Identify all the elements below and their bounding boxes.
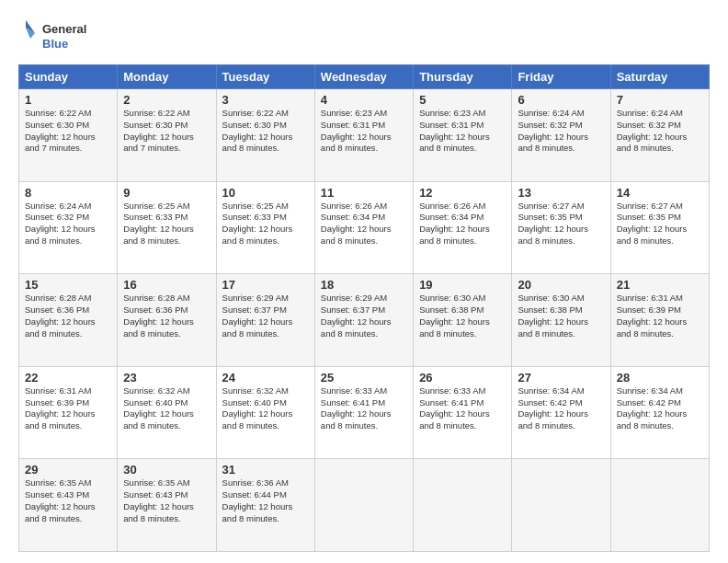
col-tuesday: Tuesday (216, 65, 314, 89)
cell-info: Sunrise: 6:32 AMSunset: 6:40 PMDaylight:… (123, 385, 194, 431)
calendar-cell: 31Sunrise: 6:36 AMSunset: 6:44 PMDayligh… (216, 459, 314, 552)
day-number: 1 (25, 93, 111, 107)
cell-info: Sunrise: 6:22 AMSunset: 6:30 PMDaylight:… (222, 108, 293, 153)
day-number: 24 (222, 371, 309, 385)
cell-info: Sunrise: 6:24 AMSunset: 6:32 PMDaylight:… (518, 108, 588, 153)
general-blue-logo-icon: General Blue (18, 15, 92, 55)
calendar-table: Sunday Monday Tuesday Wednesday Thursday… (18, 64, 710, 552)
day-number: 16 (123, 278, 210, 292)
calendar-cell: 18Sunrise: 6:29 AMSunset: 6:37 PMDayligh… (314, 274, 413, 367)
calendar-cell: 28Sunrise: 6:34 AMSunset: 6:42 PMDayligh… (610, 366, 709, 459)
cell-info: Sunrise: 6:26 AMSunset: 6:34 PMDaylight:… (321, 201, 392, 246)
day-number: 12 (419, 186, 506, 200)
day-number: 14 (617, 186, 703, 200)
day-number: 4 (321, 93, 407, 107)
cell-info: Sunrise: 6:35 AMSunset: 6:43 PMDaylight:… (123, 477, 194, 523)
cell-info: Sunrise: 6:28 AMSunset: 6:36 PMDaylight:… (25, 293, 96, 338)
col-saturday: Saturday (610, 65, 709, 89)
calendar-cell: 10Sunrise: 6:25 AMSunset: 6:33 PMDayligh… (216, 181, 314, 274)
calendar-cell (414, 459, 512, 552)
calendar-cell: 30Sunrise: 6:35 AMSunset: 6:43 PMDayligh… (118, 459, 216, 552)
day-number: 26 (419, 371, 506, 385)
calendar-cell: 4Sunrise: 6:23 AMSunset: 6:31 PMDaylight… (314, 89, 413, 182)
day-number: 30 (123, 463, 210, 477)
day-number: 20 (518, 278, 604, 292)
day-number: 7 (617, 93, 703, 107)
cell-info: Sunrise: 6:30 AMSunset: 6:38 PMDaylight:… (419, 293, 490, 338)
calendar-cell: 22Sunrise: 6:31 AMSunset: 6:39 PMDayligh… (19, 366, 118, 459)
cell-info: Sunrise: 6:31 AMSunset: 6:39 PMDaylight:… (25, 385, 96, 431)
cell-info: Sunrise: 6:28 AMSunset: 6:36 PMDaylight:… (123, 293, 194, 338)
cell-info: Sunrise: 6:26 AMSunset: 6:34 PMDaylight:… (419, 201, 490, 246)
calendar-cell: 21Sunrise: 6:31 AMSunset: 6:39 PMDayligh… (610, 274, 709, 367)
cell-info: Sunrise: 6:34 AMSunset: 6:42 PMDaylight:… (617, 385, 688, 431)
calendar-cell: 20Sunrise: 6:30 AMSunset: 6:38 PMDayligh… (512, 274, 610, 367)
page: General Blue Sunday Monday Tuesday Wedne… (0, 0, 728, 563)
cell-info: Sunrise: 6:33 AMSunset: 6:41 PMDaylight:… (321, 385, 392, 431)
calendar-cell: 12Sunrise: 6:26 AMSunset: 6:34 PMDayligh… (414, 181, 512, 274)
calendar-cell (512, 459, 610, 552)
cell-info: Sunrise: 6:23 AMSunset: 6:31 PMDaylight:… (419, 108, 490, 153)
cell-info: Sunrise: 6:27 AMSunset: 6:35 PMDaylight:… (617, 201, 688, 246)
cell-info: Sunrise: 6:25 AMSunset: 6:33 PMDaylight:… (123, 201, 194, 246)
col-monday: Monday (118, 65, 216, 89)
calendar-cell: 1Sunrise: 6:22 AMSunset: 6:30 PMDaylight… (19, 89, 118, 182)
calendar-cell: 23Sunrise: 6:32 AMSunset: 6:40 PMDayligh… (118, 366, 216, 459)
calendar-week-row: 8Sunrise: 6:24 AMSunset: 6:32 PMDaylight… (19, 181, 710, 274)
col-wednesday: Wednesday (314, 65, 413, 89)
cell-info: Sunrise: 6:36 AMSunset: 6:44 PMDaylight:… (222, 477, 293, 523)
calendar-cell: 8Sunrise: 6:24 AMSunset: 6:32 PMDaylight… (19, 181, 118, 274)
day-number: 19 (419, 278, 506, 292)
calendar-week-row: 22Sunrise: 6:31 AMSunset: 6:39 PMDayligh… (19, 366, 710, 459)
cell-info: Sunrise: 6:27 AMSunset: 6:35 PMDaylight:… (518, 201, 588, 246)
day-number: 22 (25, 371, 111, 385)
svg-text:Blue: Blue (42, 37, 68, 51)
calendar-cell: 11Sunrise: 6:26 AMSunset: 6:34 PMDayligh… (314, 181, 413, 274)
day-number: 27 (518, 371, 604, 385)
day-number: 28 (617, 371, 703, 385)
calendar-cell: 14Sunrise: 6:27 AMSunset: 6:35 PMDayligh… (610, 181, 709, 274)
day-number: 13 (518, 186, 604, 200)
calendar-cell: 5Sunrise: 6:23 AMSunset: 6:31 PMDaylight… (414, 89, 512, 182)
logo: General Blue (18, 15, 92, 55)
calendar-cell: 29Sunrise: 6:35 AMSunset: 6:43 PMDayligh… (19, 459, 118, 552)
col-thursday: Thursday (414, 65, 512, 89)
calendar-cell (610, 459, 709, 552)
calendar-cell: 26Sunrise: 6:33 AMSunset: 6:41 PMDayligh… (414, 366, 512, 459)
cell-info: Sunrise: 6:29 AMSunset: 6:37 PMDaylight:… (222, 293, 293, 338)
calendar-cell: 6Sunrise: 6:24 AMSunset: 6:32 PMDaylight… (512, 89, 610, 182)
calendar-cell: 7Sunrise: 6:24 AMSunset: 6:32 PMDaylight… (610, 89, 709, 182)
day-number: 5 (419, 93, 506, 107)
calendar-header-row: Sunday Monday Tuesday Wednesday Thursday… (19, 65, 710, 89)
cell-info: Sunrise: 6:32 AMSunset: 6:40 PMDaylight:… (222, 385, 293, 431)
col-friday: Friday (512, 65, 610, 89)
header: General Blue (18, 15, 710, 55)
day-number: 17 (222, 278, 309, 292)
cell-info: Sunrise: 6:35 AMSunset: 6:43 PMDaylight:… (25, 477, 96, 523)
col-sunday: Sunday (19, 65, 118, 89)
cell-info: Sunrise: 6:33 AMSunset: 6:41 PMDaylight:… (419, 385, 490, 431)
day-number: 11 (321, 186, 407, 200)
calendar-cell: 24Sunrise: 6:32 AMSunset: 6:40 PMDayligh… (216, 366, 314, 459)
calendar-cell: 25Sunrise: 6:33 AMSunset: 6:41 PMDayligh… (314, 366, 413, 459)
day-number: 3 (222, 93, 309, 107)
cell-info: Sunrise: 6:31 AMSunset: 6:39 PMDaylight:… (617, 293, 688, 338)
cell-info: Sunrise: 6:23 AMSunset: 6:31 PMDaylight:… (321, 108, 392, 153)
day-number: 29 (25, 463, 111, 477)
cell-info: Sunrise: 6:22 AMSunset: 6:30 PMDaylight:… (123, 108, 194, 153)
day-number: 31 (222, 463, 309, 477)
calendar-cell: 2Sunrise: 6:22 AMSunset: 6:30 PMDaylight… (118, 89, 216, 182)
day-number: 6 (518, 93, 604, 107)
calendar-week-row: 1Sunrise: 6:22 AMSunset: 6:30 PMDaylight… (19, 89, 710, 182)
day-number: 15 (25, 278, 111, 292)
calendar-cell: 16Sunrise: 6:28 AMSunset: 6:36 PMDayligh… (118, 274, 216, 367)
day-number: 2 (123, 93, 210, 107)
calendar-cell: 17Sunrise: 6:29 AMSunset: 6:37 PMDayligh… (216, 274, 314, 367)
cell-info: Sunrise: 6:24 AMSunset: 6:32 PMDaylight:… (617, 108, 688, 153)
cell-info: Sunrise: 6:24 AMSunset: 6:32 PMDaylight:… (25, 201, 96, 246)
cell-info: Sunrise: 6:22 AMSunset: 6:30 PMDaylight:… (25, 108, 96, 153)
day-number: 8 (25, 186, 111, 200)
day-number: 18 (321, 278, 407, 292)
cell-info: Sunrise: 6:25 AMSunset: 6:33 PMDaylight:… (222, 201, 293, 246)
calendar-cell (314, 459, 413, 552)
